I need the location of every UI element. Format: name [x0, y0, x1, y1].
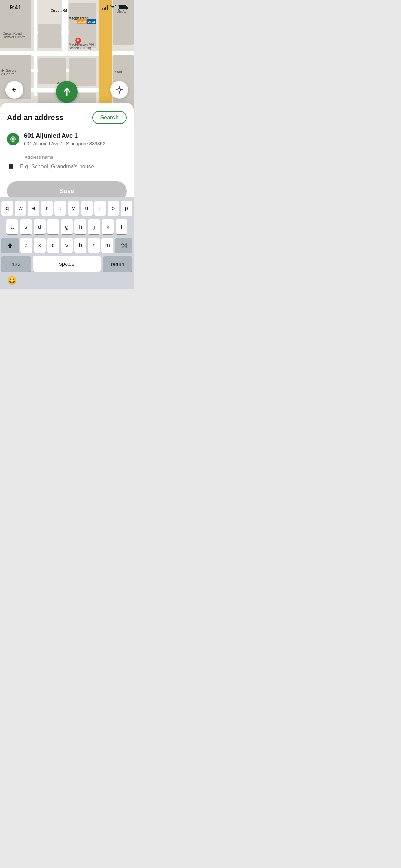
key-z[interactable]: z [20, 238, 32, 253]
map-label-circuit-road: Circuit RoadHawker Centre [3, 32, 26, 39]
badge-cc10: CC10 [77, 19, 87, 24]
navigation-arrow-button[interactable] [56, 81, 78, 103]
key-y[interactable]: y [68, 201, 80, 216]
shift-key[interactable] [1, 238, 19, 253]
svg-point-1 [118, 88, 121, 91]
address-sub: 601 Aljunied Ave 1, Singapore 389862 [24, 141, 105, 146]
kb-row-3: z x c v b n m [1, 238, 132, 253]
status-bar: 9:41 [0, 0, 134, 15]
field-label: Address name [25, 155, 127, 160]
svg-point-0 [77, 39, 79, 41]
key-d[interactable]: d [34, 219, 46, 234]
key-f[interactable]: f [47, 219, 59, 234]
key-e[interactable]: e [28, 201, 39, 216]
locate-button[interactable] [110, 81, 128, 99]
bookmark-icon [7, 162, 15, 171]
key-b[interactable]: b [74, 238, 86, 253]
key-t[interactable]: t [54, 201, 66, 216]
address-main: 601 Aljunied Ave 1 [24, 132, 105, 140]
key-p[interactable]: p [121, 201, 132, 216]
sheet-title: Add an address [7, 113, 63, 122]
key-v[interactable]: v [61, 238, 73, 253]
key-l[interactable]: l [116, 219, 127, 234]
key-a[interactable]: a [6, 219, 18, 234]
transit-badge: CC10 DT26 [77, 19, 96, 24]
signal-icon [102, 5, 108, 10]
sheet-header: Add an address Search [7, 111, 127, 124]
status-icons [102, 5, 127, 10]
kb-bottom-row: 123 space return [1, 256, 132, 272]
numbers-key[interactable]: 123 [1, 256, 31, 272]
key-s[interactable]: s [20, 219, 32, 234]
key-c[interactable]: c [47, 238, 59, 253]
kb-row-2: a s d f g h j k l [1, 219, 132, 234]
key-k[interactable]: k [102, 219, 114, 234]
svg-point-7 [12, 138, 14, 140]
emoji-bar: 😀 [1, 274, 132, 288]
key-o[interactable]: o [108, 201, 119, 216]
key-j[interactable]: j [88, 219, 100, 234]
address-pin-icon [7, 133, 19, 145]
key-h[interactable]: h [74, 219, 86, 234]
key-w[interactable]: w [15, 201, 26, 216]
key-n[interactable]: n [88, 238, 100, 253]
field-row [7, 162, 127, 174]
bottom-sheet: Add an address Search 601 Aljunied Ave 1… [0, 103, 134, 289]
kb-row-1: q w e r t y u i o p [1, 201, 132, 216]
keyboard: q w e r t y u i o p a s d f g h j k l [0, 197, 134, 289]
key-i[interactable]: i [94, 201, 106, 216]
key-q[interactable]: q [1, 201, 13, 216]
address-name-field-group: Address name [7, 155, 127, 174]
map-area: Circuit Rd Circuit RoadHawker Centre Mac… [0, 0, 134, 113]
key-u[interactable]: u [81, 201, 93, 216]
key-r[interactable]: r [41, 201, 53, 216]
key-g[interactable]: g [61, 219, 73, 234]
return-key[interactable]: return [103, 256, 132, 272]
key-m[interactable]: m [101, 238, 113, 253]
address-text-group: 601 Aljunied Ave 1 601 Aljunied Ave 1, S… [24, 132, 105, 146]
space-key[interactable]: space [33, 256, 101, 272]
wifi-icon [110, 5, 116, 10]
address-row: 601 Aljunied Ave 1 601 Aljunied Ave 1, S… [7, 132, 127, 146]
map-label-mrt: MacPherson MRTStation (CC10) [69, 43, 96, 50]
badge-dt26: DT26 [87, 19, 96, 24]
key-x[interactable]: x [34, 238, 46, 253]
delete-key[interactable] [115, 238, 132, 253]
map-label-sailors: ity Sailorsg Centre [1, 69, 16, 76]
battery-icon [118, 5, 127, 10]
address-name-input[interactable] [20, 164, 127, 170]
back-button[interactable] [5, 81, 23, 99]
mrt-pin [75, 38, 81, 46]
status-time: 9:41 [10, 4, 21, 11]
map-label-starhu: StarHu [115, 70, 125, 74]
emoji-key[interactable]: 😀 [7, 276, 17, 285]
search-button[interactable]: Search [92, 111, 127, 124]
